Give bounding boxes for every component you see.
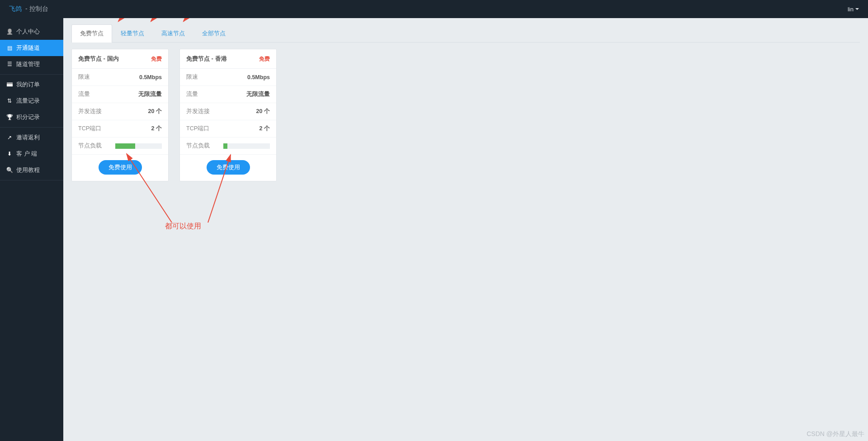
card-row: 流量无限流量 — [72, 86, 168, 103]
sidebar-item-label: 流量记录 — [16, 97, 40, 105]
stack-icon: ▤ — [6, 45, 13, 51]
sidebar-item-share[interactable]: ↗邀请返利 — [0, 129, 63, 146]
row-value: 2 个 — [151, 125, 162, 133]
sidebar-item-label: 我的订单 — [16, 81, 40, 89]
sidebar-item-search[interactable]: 🔍使用教程 — [0, 162, 63, 178]
svg-line-1 — [151, 18, 157, 21]
search-icon: 🔍 — [6, 167, 13, 173]
card-row: 并发连接20 个 — [180, 103, 276, 120]
brand[interactable]: 飞鸽 — [9, 5, 22, 13]
node-card: 免费节点 - 香港 免费 限速0.5Mbps流量无限流量并发连接20 个TCP端… — [179, 49, 277, 181]
card-load-row: 节点负载 — [180, 138, 276, 155]
tab-0[interactable]: 免费节点 — [71, 24, 112, 43]
row-value: 2 个 — [259, 125, 270, 133]
svg-line-0 — [118, 18, 124, 21]
sidebar-group: 👤个人中心▤开通隧道☰隧道管理 — [0, 22, 63, 75]
card-title: 免费节点 - 国内 — [78, 55, 119, 63]
load-progress — [223, 143, 270, 149]
sidebar-item-label: 积分记录 — [16, 113, 40, 121]
card-row: 流量无限流量 — [180, 86, 276, 103]
card-footer: 免费使用 — [72, 155, 168, 181]
tabs: 免费节点轻量节点高速节点全部节点 — [71, 24, 860, 43]
brand-subtitle: - 控制台 — [25, 5, 48, 13]
sidebar-item-list[interactable]: ☰隧道管理 — [0, 56, 63, 72]
row-label: 限速 — [186, 73, 198, 81]
sidebar-group: ↗邀请返利⬇客 户 端🔍使用教程 — [0, 128, 63, 180]
card-header: 免费节点 - 国内 免费 — [72, 49, 168, 69]
sidebar-item-label: 隧道管理 — [16, 60, 40, 68]
row-value: 无限流量 — [138, 90, 162, 98]
card-icon: 💳 — [6, 81, 13, 88]
row-label: TCP端口 — [78, 125, 101, 133]
card-row: 限速0.5Mbps — [72, 69, 168, 86]
user-icon: 👤 — [6, 28, 13, 35]
topbar-left: 飞鸽 - 控制台 — [9, 5, 48, 13]
sidebar: 👤个人中心▤开通隧道☰隧道管理💳我的订单⇅流量记录🏆积分记录↗邀请返利⬇客 户 … — [0, 18, 63, 441]
tab-1[interactable]: 轻量节点 — [112, 24, 153, 42]
load-label: 节点负载 — [78, 142, 102, 150]
row-value: 0.5Mbps — [247, 74, 270, 81]
sidebar-item-label: 客 户 端 — [16, 150, 37, 158]
use-free-button[interactable]: 免费使用 — [99, 160, 142, 175]
watermark: CSDN @外星人最牛 — [807, 430, 864, 438]
row-value: 20 个 — [256, 108, 270, 115]
sidebar-item-download[interactable]: ⬇客 户 端 — [0, 146, 63, 162]
row-value: 20 个 — [148, 108, 162, 115]
sidebar-item-label: 个人中心 — [16, 28, 40, 36]
card-badge: 免费 — [259, 55, 270, 63]
card-footer: 免费使用 — [180, 155, 276, 181]
cards: 免费节点 - 国内 免费 限速0.5Mbps流量无限流量并发连接20 个TCP端… — [71, 49, 860, 181]
row-value: 无限流量 — [246, 90, 270, 98]
main: 免费节点轻量节点高速节点全部节点 免费节点 - 国内 免费 限速0.5Mbps流… — [63, 18, 868, 441]
share-icon: ↗ — [6, 134, 13, 141]
topbar: 飞鸽 - 控制台 lin — [0, 0, 868, 18]
card-row: TCP端口2 个 — [180, 120, 276, 138]
sidebar-item-label: 使用教程 — [16, 166, 40, 174]
card-row: 限速0.5Mbps — [180, 69, 276, 86]
container: 👤个人中心▤开通隧道☰隧道管理💳我的订单⇅流量记录🏆积分记录↗邀请返利⬇客 户 … — [0, 18, 868, 441]
sidebar-group: 💳我的订单⇅流量记录🏆积分记录 — [0, 75, 63, 128]
card-header: 免费节点 - 香港 免费 — [180, 49, 276, 69]
row-label: 流量 — [78, 90, 90, 98]
annotation-text: 都可以使用 — [165, 222, 201, 231]
row-label: 并发连接 — [186, 108, 210, 115]
download-icon: ⬇ — [6, 151, 13, 157]
sidebar-item-stack[interactable]: ▤开通隧道 — [0, 40, 63, 56]
sidebar-item-card[interactable]: 💳我的订单 — [0, 76, 63, 93]
sidebar-item-transfer[interactable]: ⇅流量记录 — [0, 93, 63, 109]
chevron-down-icon — [855, 8, 859, 10]
card-badge: 免费 — [151, 55, 162, 63]
load-progress — [115, 143, 162, 149]
card-row: TCP端口2 个 — [72, 120, 168, 138]
row-value: 0.5Mbps — [139, 74, 162, 81]
tab-2[interactable]: 高速节点 — [153, 24, 193, 42]
row-label: 流量 — [186, 90, 198, 98]
tab-3[interactable]: 全部节点 — [193, 24, 234, 42]
row-label: TCP端口 — [186, 125, 209, 133]
use-free-button[interactable]: 免费使用 — [207, 160, 250, 175]
sidebar-item-user[interactable]: 👤个人中心 — [0, 24, 63, 40]
user-menu[interactable]: lin — [848, 6, 859, 13]
card-load-row: 节点负载 — [72, 138, 168, 155]
svg-line-2 — [184, 18, 189, 21]
sidebar-item-label: 开通隧道 — [16, 44, 40, 52]
user-name: lin — [848, 6, 854, 13]
row-label: 并发连接 — [78, 108, 102, 115]
row-label: 限速 — [78, 73, 90, 81]
load-progress-fill — [223, 143, 227, 149]
list-icon: ☰ — [6, 61, 13, 67]
load-progress-fill — [115, 143, 135, 149]
transfer-icon: ⇅ — [6, 98, 13, 104]
node-card: 免费节点 - 国内 免费 限速0.5Mbps流量无限流量并发连接20 个TCP端… — [71, 49, 169, 181]
load-label: 节点负载 — [186, 142, 210, 150]
card-row: 并发连接20 个 — [72, 103, 168, 120]
trophy-icon: 🏆 — [6, 114, 13, 120]
card-title: 免费节点 - 香港 — [186, 55, 227, 63]
sidebar-item-trophy[interactable]: 🏆积分记录 — [0, 109, 63, 125]
sidebar-item-label: 邀请返利 — [16, 133, 40, 142]
